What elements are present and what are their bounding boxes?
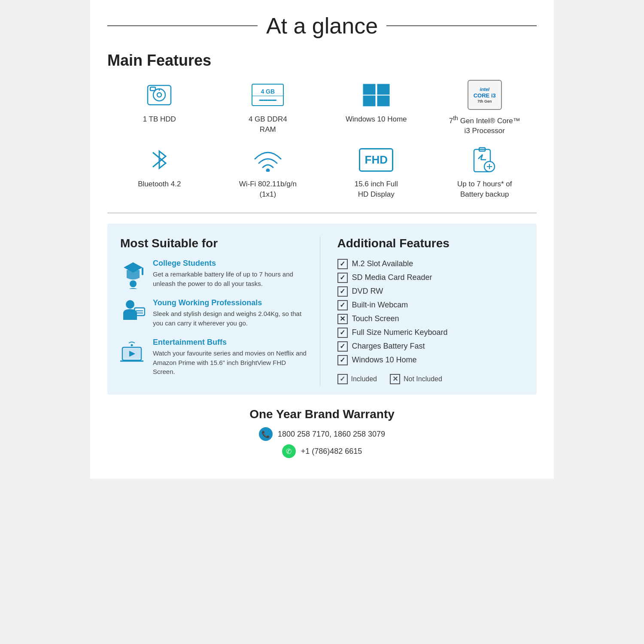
legend-check-included: ✓ xyxy=(337,374,348,384)
suitable-professional-text: Young Working Professionals Sleek and st… xyxy=(153,298,307,328)
legend: ✓ Included ✕ Not Included xyxy=(337,374,524,384)
feature-wifi: Wi-Fi 802.11b/g/n(1x1) xyxy=(216,145,320,200)
whatsapp-contact: ✆ +1 (786)482 6615 xyxy=(107,444,537,458)
suitable-college-desc: Get a remarkable battery life of up to 7… xyxy=(153,270,307,289)
feature-windows: Windows 10 Home xyxy=(324,80,428,136)
suitable-college-category: College Students xyxy=(153,259,307,268)
additional-features-title: Additional Features xyxy=(337,237,524,250)
phone-icon: 📞 xyxy=(259,427,273,441)
suitable-for-title: Most Suitable for xyxy=(120,237,307,250)
check-m2: ✓ xyxy=(337,259,348,269)
bottom-section: Most Suitable for College Students xyxy=(107,224,537,395)
legend-included-label: Included xyxy=(351,375,377,383)
feature-intel-label: 7th Gen Intel® Core™i3 Processor xyxy=(449,114,520,136)
header-line-left xyxy=(107,25,258,26)
feature-wifi-label: Wi-Fi 802.11b/g/n(1x1) xyxy=(239,179,297,200)
suitable-entertainment: Entertainment Buffs Watch your favourite… xyxy=(120,338,307,377)
svg-rect-5 xyxy=(363,84,375,94)
item-m2-label: M.2 Slot Available xyxy=(352,259,413,268)
battery-icon xyxy=(468,145,502,175)
svg-point-2 xyxy=(157,93,161,97)
student-icon xyxy=(120,259,146,289)
suitable-professional: Young Working Professionals Sleek and st… xyxy=(120,298,307,328)
intel-icon: intel CORE i3 7th Gen xyxy=(468,80,502,110)
svg-rect-4 xyxy=(150,87,155,91)
section-divider xyxy=(107,213,537,213)
features-grid: 1 TB HDD 4 GB ▬▬▬▬ 4 GB DDR4RAM xyxy=(107,80,537,200)
feature-battery: Up to 7 hours* ofBattery backup xyxy=(433,145,537,200)
check-keyboard: ✓ xyxy=(337,328,348,338)
entertainment-icon xyxy=(120,338,146,368)
page-header: At a glance xyxy=(107,13,537,39)
item-charging-label: Charges Battery Fast xyxy=(352,342,425,351)
phone-contact: 📞 1800 258 7170, 1860 258 3079 xyxy=(107,427,537,441)
check-sd: ✓ xyxy=(337,273,348,283)
wifi-icon xyxy=(251,145,285,175)
check-webcam: ✓ xyxy=(337,300,348,310)
svg-point-21 xyxy=(126,300,134,309)
item-dvd-label: DVD RW xyxy=(352,287,383,296)
bluetooth-icon xyxy=(142,145,176,175)
item-win10-label: Windows 10 Home xyxy=(352,355,417,365)
check-charging: ✓ xyxy=(337,341,348,352)
feature-hdd-label: 1 TB HDD xyxy=(143,114,176,125)
suitable-for-column: Most Suitable for College Students xyxy=(120,237,320,386)
svg-rect-7 xyxy=(363,96,375,106)
legend-not-included: ✕ Not Included xyxy=(390,374,442,384)
check-dvd: ✓ xyxy=(337,286,348,297)
list-item-charging: ✓ Charges Battery Fast xyxy=(337,341,524,352)
list-item-keyboard: ✓ Full Size Numeric Keyboard xyxy=(337,328,524,338)
phone-number: 1800 258 7170, 1860 258 3079 xyxy=(278,430,385,439)
svg-point-20 xyxy=(130,280,137,287)
feature-hdd: 1 TB HDD xyxy=(107,80,212,136)
svg-point-29 xyxy=(131,344,133,346)
suitable-entertainment-category: Entertainment Buffs xyxy=(153,338,307,347)
fhd-icon: FHD xyxy=(359,145,393,175)
main-features-section: Main Features 1 TB HDD xyxy=(107,52,537,200)
suitable-entertainment-desc: Watch your favourite series and movies o… xyxy=(153,349,307,377)
item-webcam-label: Built-in Webcam xyxy=(352,301,408,310)
item-keyboard-label: Full Size Numeric Keyboard xyxy=(352,328,448,337)
item-sd-label: SD Media Card Reader xyxy=(352,273,432,282)
legend-not-included-label: Not Included xyxy=(404,375,442,383)
check-touch: ✕ xyxy=(337,314,348,324)
suitable-professional-category: Young Working Professionals xyxy=(153,298,307,307)
list-item-m2: ✓ M.2 Slot Available xyxy=(337,259,524,269)
whatsapp-icon: ✆ xyxy=(282,444,296,458)
feature-ram-label: 4 GB DDR4RAM xyxy=(249,114,287,135)
professional-icon xyxy=(120,298,146,328)
list-item-webcam: ✓ Built-in Webcam xyxy=(337,300,524,310)
feature-bluetooth: Bluetooth 4.2 xyxy=(107,145,212,200)
feature-ram: 4 GB ▬▬▬▬ 4 GB DDR4RAM xyxy=(216,80,320,136)
feature-fhd-label: 15.6 inch FullHD Display xyxy=(355,179,398,200)
warranty-title: One Year Brand Warranty xyxy=(107,407,537,421)
suitable-college: College Students Get a remarkable batter… xyxy=(120,259,307,289)
feature-battery-label: Up to 7 hours* ofBattery backup xyxy=(457,179,512,200)
feature-fhd: FHD 15.6 inch FullHD Display xyxy=(324,145,428,200)
main-features-title: Main Features xyxy=(107,52,537,70)
suitable-entertainment-text: Entertainment Buffs Watch your favourite… xyxy=(153,338,307,377)
feature-intel: intel CORE i3 7th Gen 7th Gen Intel® Cor… xyxy=(433,80,537,136)
page-container: At a glance Main Features 1 TB HDD xyxy=(90,0,554,479)
list-item-win10: ✓ Windows 10 Home xyxy=(337,355,524,365)
additional-features-list: ✓ M.2 Slot Available ✓ SD Media Card Rea… xyxy=(337,259,524,365)
windows-icon xyxy=(359,80,393,110)
list-item-dvd: ✓ DVD RW xyxy=(337,286,524,297)
hdd-icon xyxy=(142,80,176,110)
header-line-right xyxy=(386,25,537,26)
whatsapp-number: +1 (786)482 6615 xyxy=(301,447,362,456)
svg-rect-8 xyxy=(377,96,389,106)
list-item-sd: ✓ SD Media Card Reader xyxy=(337,273,524,283)
item-touch-label: Touch Screen xyxy=(352,314,399,323)
feature-bluetooth-label: Bluetooth 4.2 xyxy=(138,179,181,189)
legend-included: ✓ Included xyxy=(337,374,377,384)
suitable-college-text: College Students Get a remarkable batter… xyxy=(153,259,307,289)
suitable-professional-desc: Sleek and stylish design and weighs 2.04… xyxy=(153,309,307,328)
ram-icon: 4 GB ▬▬▬▬ xyxy=(251,80,285,110)
legend-check-not: ✕ xyxy=(390,374,400,384)
svg-rect-6 xyxy=(377,84,389,94)
check-win10: ✓ xyxy=(337,355,348,365)
warranty-section: One Year Brand Warranty 📞 1800 258 7170,… xyxy=(107,407,537,458)
list-item-touch: ✕ Touch Screen xyxy=(337,314,524,324)
svg-point-9 xyxy=(267,169,269,172)
